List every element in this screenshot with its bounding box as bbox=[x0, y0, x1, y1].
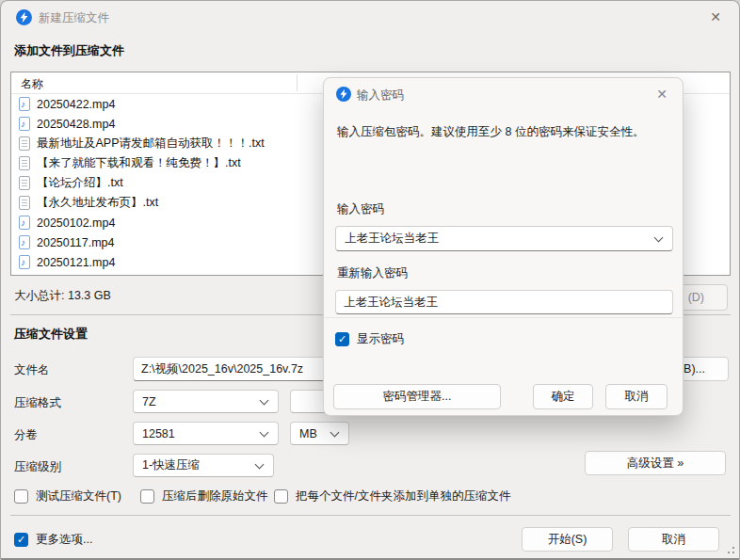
format-value: 7Z bbox=[142, 395, 156, 408]
checkbox-box[interactable] bbox=[14, 489, 28, 504]
dialog-title: 输入密码 bbox=[357, 88, 404, 104]
file-type-icon bbox=[19, 156, 30, 170]
checkbox-show-password[interactable]: ✓ 显示密码 bbox=[335, 331, 404, 347]
file-type-icon bbox=[19, 216, 30, 230]
dialog-cancel-button[interactable]: 取消 bbox=[605, 384, 668, 409]
file-type-icon bbox=[19, 196, 30, 210]
checkbox-delete-after[interactable]: 压缩后删除原始文件 bbox=[140, 488, 268, 504]
window-title: 新建压缩文件 bbox=[39, 10, 109, 26]
password-combobox[interactable]: 上老王论坛当老王 bbox=[335, 226, 673, 251]
file-name: 20250428.mp4 bbox=[37, 118, 115, 131]
chevron-down-icon bbox=[330, 429, 340, 439]
chevron-down-icon bbox=[255, 461, 265, 471]
file-name: 【永久地址发布页】.txt bbox=[37, 195, 158, 211]
volume-value: 12581 bbox=[142, 427, 175, 440]
dialog-close-icon[interactable]: ✕ bbox=[653, 86, 670, 103]
file-type-icon bbox=[19, 235, 30, 249]
checkbox-box[interactable] bbox=[274, 489, 288, 504]
checkbox-separate-archives[interactable]: 把每个文件/文件夹添加到单独的压缩文件 bbox=[274, 488, 510, 504]
window-close-icon[interactable]: ✕ bbox=[707, 8, 724, 25]
checkbox-label: 显示密码 bbox=[357, 331, 404, 347]
file-name: 20250121.mp4 bbox=[37, 256, 115, 269]
checkbox-label: 压缩后删除原始文件 bbox=[162, 488, 268, 504]
bandizip-logo-icon bbox=[336, 87, 351, 102]
checkbox-label: 更多选项... bbox=[36, 532, 92, 548]
section-add-files: 添加文件到压缩文件 bbox=[14, 42, 124, 59]
section-archive-settings: 压缩文件设置 bbox=[14, 326, 88, 343]
file-type-icon bbox=[19, 255, 30, 269]
filename-label: 文件名 bbox=[14, 362, 50, 378]
column-divider[interactable] bbox=[297, 74, 298, 91]
confirm-password-label: 重新输入密码 bbox=[337, 265, 408, 281]
cancel-button[interactable]: 取消 bbox=[628, 527, 719, 552]
bandizip-logo-icon bbox=[16, 9, 32, 25]
dialog-separator bbox=[325, 317, 682, 318]
checkbox-test-archive[interactable]: 测试压缩文件(T) bbox=[14, 488, 121, 504]
total-size-text: 大小总计: 13.3 GB bbox=[14, 288, 111, 304]
file-name: 【来了就能下载和观看！纯免费！】.txt bbox=[37, 155, 241, 171]
password-dialog: 输入密码 ✕ 输入压缩包密码。建议使用至少 8 位的密码来保证安全性。 输入密码… bbox=[323, 77, 684, 416]
checkbox-more-options[interactable]: ✓ 更多选项... bbox=[14, 532, 92, 548]
titlebar: 新建压缩文件 ✕ bbox=[1, 1, 739, 33]
file-name: 最新地址及APP请发邮箱自动获取！！！.txt bbox=[37, 136, 265, 152]
password-value: 上老王论坛当老王 bbox=[345, 231, 439, 247]
volume-combobox[interactable]: 12581 bbox=[133, 422, 279, 445]
format-combobox[interactable]: 7Z bbox=[133, 390, 279, 413]
file-name: 20250422.mp4 bbox=[37, 98, 115, 111]
volume-unit-value: MB bbox=[299, 427, 317, 440]
checkbox-box[interactable] bbox=[140, 489, 154, 504]
format-label: 压缩格式 bbox=[14, 395, 61, 411]
checkbox-label: 把每个文件/文件夹添加到单独的压缩文件 bbox=[296, 488, 510, 504]
file-type-icon bbox=[19, 97, 30, 111]
column-header-name[interactable]: 名称 bbox=[21, 76, 43, 92]
level-combobox[interactable]: 1-快速压缩 bbox=[133, 454, 274, 477]
file-name: 【论坛介绍】.txt bbox=[37, 175, 123, 191]
start-button[interactable]: 开始(S) bbox=[522, 527, 613, 552]
password-label: 输入密码 bbox=[337, 201, 384, 217]
file-name: 20250102.mp4 bbox=[37, 216, 115, 230]
resize-grip[interactable] bbox=[726, 545, 735, 554]
chevron-down-icon bbox=[260, 429, 269, 439]
checkbox-box[interactable]: ✓ bbox=[14, 533, 28, 547]
ok-button[interactable]: 确定 bbox=[533, 384, 593, 409]
volume-label: 分卷 bbox=[14, 427, 38, 443]
level-value: 1-快速压缩 bbox=[142, 457, 200, 473]
checkbox-label: 测试压缩文件(T) bbox=[36, 488, 121, 504]
checkbox-box[interactable]: ✓ bbox=[335, 332, 349, 346]
file-name: 20250117.mp4 bbox=[37, 236, 114, 249]
confirm-password-input[interactable]: 上老王论坛当老王 bbox=[335, 290, 673, 314]
volume-unit-combobox[interactable]: MB bbox=[290, 422, 349, 445]
dialog-message: 输入压缩包密码。建议使用至少 8 位的密码来保证安全性。 bbox=[337, 123, 668, 140]
chevron-down-icon bbox=[654, 234, 664, 244]
chevron-down-icon bbox=[260, 397, 269, 407]
file-type-icon bbox=[19, 117, 30, 131]
advanced-settings-button[interactable]: 高级设置 » bbox=[585, 451, 726, 475]
file-type-icon bbox=[19, 176, 30, 190]
level-label: 压缩级别 bbox=[14, 459, 61, 475]
password-manager-button[interactable]: 密码管理器... bbox=[333, 384, 501, 409]
file-type-icon bbox=[19, 136, 30, 151]
